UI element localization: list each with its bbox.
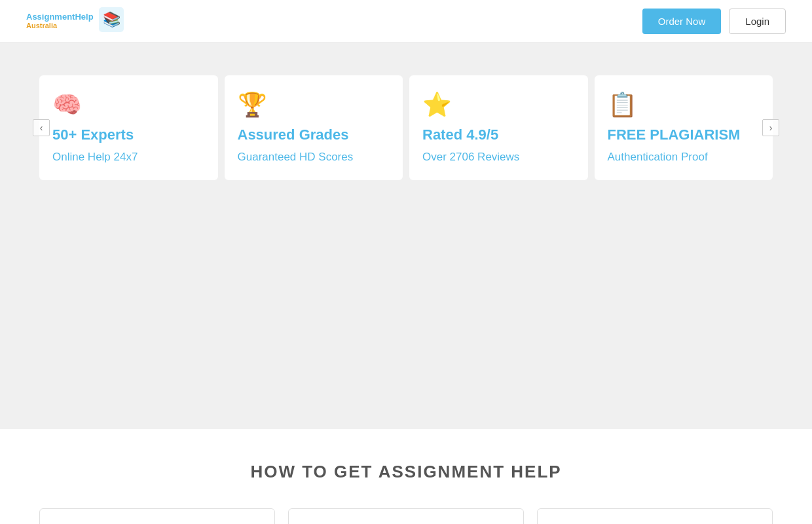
how-cards: 📝 Submit Instructions 💳 Make Payment 📥 D… — [39, 508, 773, 524]
how-section: HOW TO GET ASSIGNMENT HELP 📝 Submit Inst… — [0, 429, 812, 524]
feature-title-rating: Rated 4.9/5 — [422, 126, 498, 143]
features-grid: 🧠 50+ Experts Online Help 24x7 🏆 Assured… — [39, 75, 773, 180]
feature-card-plagiarism: 📋 FREE PLAGIARISM Authentication Proof — [595, 75, 773, 180]
how-card-download: 📥 Download Files — [537, 508, 773, 524]
feature-title-experts: 50+ Experts — [52, 126, 134, 143]
how-card-submit: 📝 Submit Instructions — [39, 508, 275, 524]
login-button[interactable]: Login — [729, 9, 786, 34]
feature-card-experts: 🧠 50+ Experts Online Help 24x7 — [39, 75, 218, 180]
rating-icon: ⭐ — [422, 91, 452, 119]
how-title: HOW TO GET ASSIGNMENT HELP — [39, 462, 773, 482]
carousel-right-arrow[interactable]: › — [762, 119, 779, 136]
order-now-button[interactable]: Order Now — [642, 9, 722, 34]
grades-icon: 🏆 — [238, 91, 267, 119]
feature-card-rating: ⭐ Rated 4.9/5 Over 2706 Reviews — [409, 75, 588, 180]
feature-subtitle-plagiarism: Authentication Proof — [608, 150, 708, 164]
feature-title-plagiarism: FREE PLAGIARISM — [608, 126, 741, 143]
plagiarism-icon: 📋 — [608, 91, 637, 119]
carousel-left-arrow[interactable]: ‹ — [33, 119, 50, 136]
feature-subtitle-experts: Online Help 24x7 — [52, 150, 138, 164]
features-section: ‹ 🧠 50+ Experts Online Help 24x7 🏆 Assur… — [0, 43, 812, 429]
logo-area: AssignmentHelp Australia 📚 — [26, 6, 125, 36]
svg-text:📚: 📚 — [103, 10, 121, 28]
experts-icon: 🧠 — [52, 91, 82, 119]
logo-text: AssignmentHelp Australia — [26, 12, 94, 29]
feature-card-grades: 🏆 Assured Grades Guaranteed HD Scores — [225, 75, 403, 180]
feature-subtitle-grades: Guaranteed HD Scores — [238, 150, 354, 164]
how-card-payment: 💳 Make Payment — [288, 508, 524, 524]
header: AssignmentHelp Australia 📚 Order Now Log… — [0, 0, 812, 43]
features-carousel: ‹ 🧠 50+ Experts Online Help 24x7 🏆 Assur… — [39, 75, 773, 180]
logo-icon: 📚 — [98, 6, 125, 36]
header-buttons: Order Now Login — [642, 9, 786, 34]
feature-title-grades: Assured Grades — [238, 126, 349, 143]
feature-subtitle-rating: Over 2706 Reviews — [422, 150, 519, 164]
